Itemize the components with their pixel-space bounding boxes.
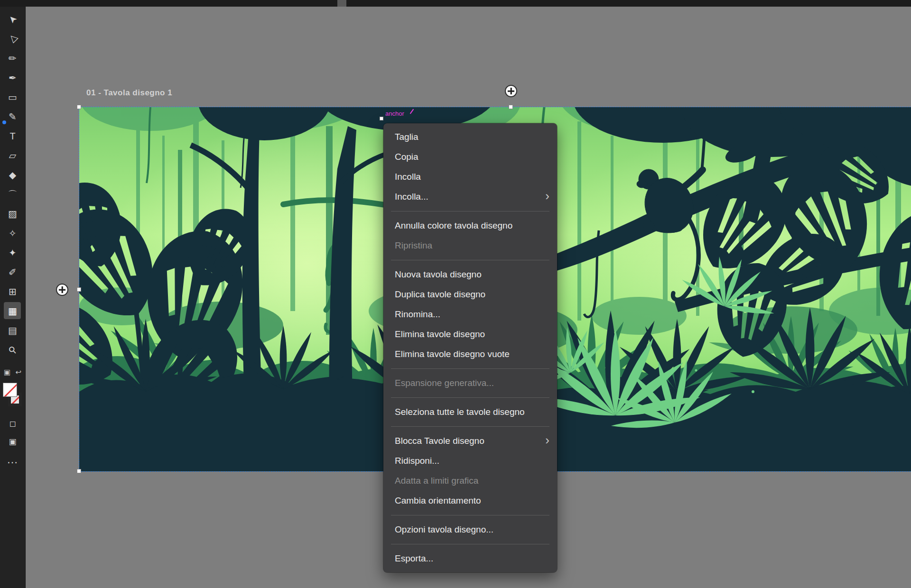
- menu-item-elimina-tavole-disegno-vuote[interactable]: Elimina tavole disegno vuote: [383, 344, 557, 364]
- menu-item-label: Seleziona tutte le tavole disegno: [395, 407, 525, 417]
- add-artboard-button-top[interactable]: [505, 85, 517, 97]
- lasso-tool-icon: ⌒: [8, 190, 18, 199]
- add-artboard-button-left[interactable]: [56, 284, 68, 296]
- eraser-tool-icon: ◆: [9, 170, 16, 180]
- menu-item-annulla-colore-tavola-disegno[interactable]: Annulla colore tavola disegno: [383, 216, 557, 236]
- artboard-label[interactable]: 01 - Tavola disegno 1: [86, 88, 172, 98]
- artboard-tool[interactable]: ▦: [0, 301, 25, 321]
- menu-separator: [391, 426, 549, 427]
- shaper-tool-icon: ✧: [9, 229, 17, 238]
- tab-bar-divider: [337, 0, 346, 7]
- menu-separator: [391, 397, 549, 398]
- menu-item-incolla[interactable]: Incolla...›: [383, 187, 557, 207]
- paintbrush-tool-icon: ✐: [9, 267, 17, 277]
- screen-mode-icon: ▣: [9, 438, 16, 446]
- draw-mode-icon: ◻: [9, 420, 16, 428]
- screen-mode-button[interactable]: ▣: [0, 432, 25, 450]
- pencil-tool-icon: ✎: [9, 112, 17, 121]
- menu-item-incolla[interactable]: Incolla: [383, 167, 557, 187]
- menu-item-label: Opzioni tavola disegno...: [395, 524, 493, 535]
- zoom-tool[interactable]: ⚲: [0, 340, 25, 359]
- eraser-tool[interactable]: ◆: [0, 165, 25, 184]
- menu-item-seleziona-tutte-le-tavole-disegno[interactable]: Seleziona tutte le tavole disegno: [383, 402, 557, 422]
- menu-item-adatta-a-limiti-grafica: Adatta a limiti grafica: [383, 471, 557, 491]
- menu-item-label: Elimina tavole disegno: [395, 329, 485, 340]
- menu-item-blocca-tavole-disegno[interactable]: Blocca Tavole disegno›: [383, 431, 557, 451]
- selection-tool[interactable]: ➤: [0, 9, 25, 29]
- pen-tool-icon: ✒: [9, 73, 17, 83]
- menu-item-elimina-tavole-disegno[interactable]: Elimina tavole disegno: [383, 324, 557, 344]
- type-tool[interactable]: T: [0, 126, 25, 146]
- submenu-arrow-icon: ›: [545, 189, 549, 203]
- menu-item-ripristina: Ripristina: [383, 236, 557, 256]
- toolbar-bottom-tools: ◻▣…: [0, 414, 25, 469]
- menu-item-espansione-generativa: Espansione generativa...: [383, 373, 557, 393]
- toolbar-tools: ➤▷✏✒▭✎T▱◆⌒▨✧✦✐⊞▦▤⚲: [0, 7, 25, 359]
- eyedropper-tool[interactable]: ✦: [0, 243, 25, 262]
- submenu-arrow-icon: ›: [545, 433, 549, 448]
- shaper-tool[interactable]: ✧: [0, 223, 25, 243]
- draw-mode-button[interactable]: ◻: [0, 414, 25, 432]
- free-transform-tool[interactable]: ▱: [0, 146, 25, 165]
- menu-item-ridisponi[interactable]: Ridisponi...: [383, 451, 557, 471]
- menu-item-cambia-orientamento[interactable]: Cambia orientamento: [383, 491, 557, 511]
- menu-item-taglia[interactable]: Taglia: [383, 127, 557, 147]
- graph-tool-icon: ▤: [8, 326, 17, 335]
- shape-builder-tool[interactable]: ⊞: [0, 282, 25, 301]
- fill-stroke-swatches: [0, 380, 25, 414]
- anchor-smart-guide-label: anchor: [385, 110, 404, 117]
- type-tool-icon: T: [9, 131, 15, 141]
- menu-item-label: Annulla colore tavola disegno: [395, 220, 512, 231]
- swap-fill-stroke-icon[interactable]: ↩: [15, 368, 21, 376]
- selection-tool-icon: ➤: [6, 13, 19, 26]
- menu-item-duplica-tavole-disegno[interactable]: Duplica tavole disegno: [383, 285, 557, 304]
- gradient-tool-icon: ▨: [8, 209, 17, 219]
- anchor-point-handle[interactable]: [380, 117, 383, 120]
- menu-item-label: Ridisponi...: [395, 456, 439, 466]
- menu-item-label: Esporta...: [395, 553, 433, 564]
- menu-item-nuova-tavola-disegno[interactable]: Nuova tavola disegno: [383, 265, 557, 285]
- menu-item-label: Duplica tavole disegno: [395, 289, 485, 300]
- free-transform-tool-icon: ▱: [9, 151, 16, 160]
- graph-tool[interactable]: ▤: [0, 321, 25, 340]
- gradient-tool[interactable]: ▨: [0, 204, 25, 223]
- menu-item-label: Nuova tavola disegno: [395, 269, 482, 280]
- context-menu: TagliaCopiaIncollaIncolla...›Annulla col…: [383, 123, 557, 572]
- artboard-handle-middle-left[interactable]: [77, 287, 81, 292]
- menu-separator: [391, 515, 549, 515]
- pen-tool[interactable]: ✒: [0, 68, 25, 87]
- artboard-handle-bottom-left[interactable]: [77, 469, 81, 473]
- paintbrush-tool[interactable]: ✐: [0, 262, 25, 282]
- tools-panel: ➤▷✏✒▭✎T▱◆⌒▨✧✦✐⊞▦▤⚲ ▣↩ ◻▣…: [0, 7, 26, 588]
- rectangle-tool[interactable]: ▭: [0, 87, 25, 107]
- rectangle-tool-icon: ▭: [8, 92, 17, 102]
- shape-builder-tool-icon: ⊞: [9, 287, 17, 296]
- menu-item-label: Incolla: [395, 172, 421, 182]
- zoom-tool-icon: ⚲: [7, 344, 19, 356]
- menu-separator: [391, 211, 549, 211]
- curvature-tool[interactable]: ✏: [0, 48, 25, 68]
- artboard-handle-top-left[interactable]: [77, 105, 81, 109]
- artboard-handle-top-center[interactable]: [509, 105, 513, 109]
- menu-item-opzioni-tavola-disegno[interactable]: Opzioni tavola disegno...: [383, 520, 557, 540]
- eyedropper-tool-icon: ✦: [9, 248, 17, 257]
- menu-item-label: Rinomina...: [395, 309, 440, 320]
- lasso-tool[interactable]: ⌒: [0, 184, 25, 204]
- menu-item-label: Blocca Tavole disegno: [395, 436, 484, 446]
- more-tools-button[interactable]: …: [0, 450, 25, 469]
- fill-swatch[interactable]: [3, 383, 17, 397]
- curvature-tool-icon: ✏: [9, 54, 17, 63]
- menu-item-label: Cambia orientamento: [395, 496, 481, 506]
- menu-item-label: Incolla...: [395, 192, 428, 202]
- none-slash-icon: [3, 383, 17, 397]
- menu-separator: [391, 368, 549, 369]
- direct-selection-tool[interactable]: ▷: [0, 29, 25, 48]
- menu-item-label: Copia: [395, 152, 418, 162]
- fill-stroke-indicator-icon[interactable]: ▣: [4, 368, 10, 376]
- menu-separator: [391, 260, 549, 260]
- direct-selection-tool-icon: ▷: [7, 33, 19, 45]
- menu-item-esporta[interactable]: Esporta...: [383, 549, 557, 569]
- menu-item-rinomina[interactable]: Rinomina...: [383, 304, 557, 324]
- menu-item-copia[interactable]: Copia: [383, 147, 557, 167]
- menu-item-label: Adatta a limiti grafica: [395, 476, 478, 486]
